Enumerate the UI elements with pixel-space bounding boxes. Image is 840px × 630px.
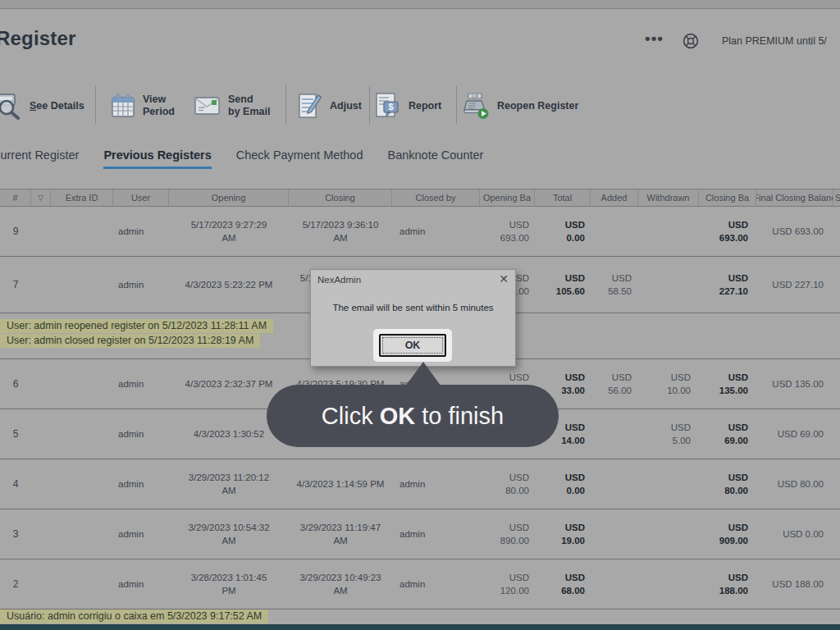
dialog-message: The email will be sent within 5 minutes [311, 303, 515, 313]
sort-triangle-icon[interactable]: ▽ [31, 189, 51, 206]
cell-final: USD 227.10 [756, 257, 833, 313]
cell-added [591, 409, 638, 459]
cell-sort [31, 359, 51, 409]
dialog-title: NexAdmin [317, 275, 361, 285]
cell-opening_balance: USD120.00 [480, 559, 535, 609]
header-closing-balance[interactable]: Closing Ba [699, 189, 756, 206]
cell-user: admin [113, 257, 169, 313]
cell-s [833, 509, 840, 559]
cell-num: 7 [0, 257, 31, 313]
toolbar-label-report: Report [409, 100, 441, 112]
cell-total: USD0.00 [535, 207, 591, 256]
coach-tooltip: Click OK to finish [267, 385, 559, 447]
table-row[interactable]: 4admin3/29/2023 11:20:12 AM4/3/2023 1:14… [0, 459, 840, 509]
tab-previous-registers[interactable]: Previous Registers [103, 148, 211, 169]
cell-final: USD 135.00 [756, 359, 833, 409]
cell-withdrawn [638, 509, 699, 559]
cell-final: USD 0.00 [756, 509, 833, 559]
see-details-icon [0, 92, 23, 120]
toolbar-button-reopen-register[interactable]: 0.00Reopen Register [461, 82, 578, 130]
cell-user: admin [113, 459, 169, 509]
cell-added [591, 459, 638, 509]
cell-sort [31, 409, 51, 459]
header-opening-balance[interactable]: Opening Ba [480, 189, 535, 206]
header-added[interactable]: Added [591, 189, 638, 206]
report-icon: $ [374, 92, 402, 120]
email-icon [194, 94, 221, 117]
cell-closing_balance: USD188.00 [699, 559, 756, 609]
cell-added [591, 559, 638, 609]
register-note: User: admin reopened register on 5/12/20… [0, 319, 273, 333]
more-options-button[interactable]: ••• [645, 30, 664, 48]
cell-withdrawn [638, 257, 699, 313]
header-user[interactable]: User [113, 189, 169, 206]
table-row[interactable]: 2admin3/28/2023 1:01:45 PM3/29/2023 10:4… [0, 559, 840, 609]
cell-withdrawn: USD5.00 [638, 409, 699, 459]
ok-button[interactable]: OK [379, 334, 446, 357]
toolbar-separator [456, 85, 457, 125]
toolbar-button-report[interactable]: $Report [374, 82, 441, 130]
page-title: Register [0, 27, 76, 50]
cell-added [591, 207, 638, 256]
cell-extra_id [51, 459, 113, 509]
header-withdrawn[interactable]: Withdrawn [638, 189, 699, 206]
bottom-teal-bar [0, 624, 840, 630]
cell-opening: 5/17/2023 9:27:29 AM [169, 207, 289, 256]
cell-user: admin [113, 359, 169, 409]
cell-extra_id [51, 559, 113, 609]
calendar-icon [110, 92, 136, 120]
cell-opening: 3/28/2023 1:01:45 PM [169, 559, 289, 609]
toolbar-separator [369, 85, 370, 125]
cell-total: USD105.60 [535, 257, 591, 313]
header-number[interactable]: # [0, 189, 31, 206]
header-opening[interactable]: Opening [169, 189, 289, 206]
header-s-clipped[interactable]: S [833, 189, 840, 206]
header-closing[interactable]: Closing [289, 189, 392, 206]
help-lifebuoy-icon[interactable] [682, 32, 700, 50]
header-final-closing-balance[interactable]: Final Closing Balanc [756, 189, 833, 206]
cell-closing_balance: USD227.10 [699, 257, 756, 313]
tab-current-register[interactable]: Current Register [0, 148, 79, 169]
window-top-strip [0, 0, 840, 9]
cell-opening: 4/3/2023 5:23:22 PM [169, 257, 289, 313]
toolbar-label-send-by-email: Sendby Email [228, 94, 270, 118]
cell-num: 4 [0, 459, 31, 509]
cell-opening_balance: USD693.00 [480, 207, 535, 256]
cell-s [833, 409, 840, 459]
nexadmin-dialog: NexAdmin ✕ The email will be sent within… [310, 269, 516, 367]
table-row[interactable]: 3admin3/29/2023 10:54:32 AM3/29/2023 11:… [0, 509, 840, 559]
toolbar-button-see-details[interactable]: See Details [0, 82, 84, 130]
header-extra-id[interactable]: Extra ID [51, 189, 113, 206]
header-total[interactable]: Total [535, 189, 591, 206]
reopen-register-icon: 0.00 [461, 92, 491, 120]
tab-bar: Current RegisterPrevious RegistersCheck … [0, 143, 483, 169]
cell-user: admin [113, 409, 169, 459]
cell-closing: 4/3/2023 1:14:59 PM [289, 459, 392, 509]
cell-closing_balance: USD693.00 [699, 207, 756, 256]
table-row[interactable]: 9admin5/17/2023 9:27:29 AM5/17/2023 9:36… [0, 207, 840, 257]
cell-extra_id [51, 207, 113, 256]
header-closed-by[interactable]: Closed by [392, 189, 480, 206]
cell-final: USD 80.00 [756, 459, 833, 509]
cell-final: USD 69.00 [756, 409, 833, 459]
cell-opening_balance: USD890.00 [480, 509, 535, 559]
toolbar-label-view-period: ViewPeriod [143, 94, 175, 118]
dialog-close-icon[interactable]: ✕ [499, 272, 509, 285]
cell-withdrawn [638, 559, 699, 609]
cell-withdrawn [638, 207, 699, 256]
tab-check-payment-method[interactable]: Check Payment Method [236, 148, 363, 169]
cell-sort [31, 257, 51, 313]
toolbar-separator [95, 85, 96, 125]
toolbar-button-send-by-email[interactable]: Sendby Email [194, 82, 270, 130]
toolbar-button-adjust[interactable]: Adjust [297, 82, 362, 130]
cell-user: admin [113, 207, 169, 256]
cell-extra_id [51, 409, 113, 459]
toolbar-button-view-period[interactable]: ViewPeriod [110, 82, 175, 130]
table-header-row: # ▽ Extra ID User Opening Closing Closed… [0, 189, 840, 207]
cell-closed_by: admin [392, 207, 480, 256]
tab-banknote-counter[interactable]: Banknote Counter [388, 148, 484, 169]
cell-total: USD19.00 [535, 509, 591, 559]
cell-s [833, 257, 840, 313]
cell-opening: 3/29/2023 10:54:32 AM [169, 509, 289, 559]
cell-num: 2 [0, 559, 31, 609]
